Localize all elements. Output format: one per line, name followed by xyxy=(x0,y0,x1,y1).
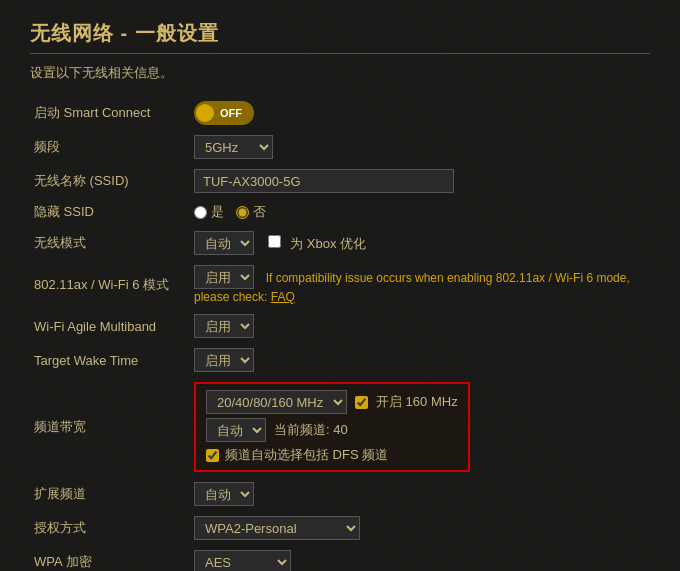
band-row: 频段 5GHz 2.4GHz xyxy=(30,130,650,164)
wireless-mode-value: 自动 为 Xbox 优化 xyxy=(190,226,650,260)
smart-connect-row: 启动 Smart Connect OFF xyxy=(30,96,650,130)
twt-select[interactable]: 启用 禁用 xyxy=(194,348,254,372)
auth-row: 授权方式 WPA2-Personal WPA3-Personal WPA2/WP… xyxy=(30,511,650,545)
channel-bw-select[interactable]: 20/40/80/160 MHz 20/40/80 MHz 20/40 MHz … xyxy=(206,390,347,414)
hidden-ssid-group: 是 否 xyxy=(194,203,646,221)
ssid-row: 无线名称 (SSID) xyxy=(30,164,650,198)
auth-label: 授权方式 xyxy=(30,511,190,545)
wifi6-value: 启用 禁用 If compatibility issue occurs when… xyxy=(190,260,650,309)
wifi6-note: If compatibility issue occurs when enabl… xyxy=(194,271,630,305)
agile-value: 启用 禁用 xyxy=(190,309,650,343)
channel-bw-row2: 自动 当前频道: 40 xyxy=(206,418,458,442)
ext-channel-select[interactable]: 自动 xyxy=(194,482,254,506)
twt-label: Target Wake Time xyxy=(30,343,190,377)
hidden-ssid-yes-label[interactable]: 是 xyxy=(194,203,224,221)
channel-bw-row1: 20/40/80/160 MHz 20/40/80 MHz 20/40 MHz … xyxy=(206,390,458,414)
hidden-ssid-no-text: 否 xyxy=(253,203,266,221)
xbox-checkbox[interactable] xyxy=(268,235,281,248)
ext-channel-value: 自动 xyxy=(190,477,650,511)
wireless-mode-label: 无线模式 xyxy=(30,226,190,260)
hidden-ssid-no-radio[interactable] xyxy=(236,206,249,219)
auth-value: WPA2-Personal WPA3-Personal WPA2/WPA3-Pe… xyxy=(190,511,650,545)
wifi6-select[interactable]: 启用 禁用 xyxy=(194,265,254,289)
hidden-ssid-row: 隐藏 SSID 是 否 xyxy=(30,198,650,226)
divider xyxy=(30,53,650,54)
page-title: 无线网络 - 一般设置 xyxy=(30,20,650,47)
settings-table: 启动 Smart Connect OFF 频段 5GHz 2.4GHz 无线名称… xyxy=(30,96,650,571)
channel-bw-label: 频道带宽 xyxy=(30,377,190,477)
wifi6-note1: If compatibility issue occurs when enabl… xyxy=(266,271,630,285)
wireless-mode-row: 无线模式 自动 为 Xbox 优化 xyxy=(30,226,650,260)
channel-bw-value: 20/40/80/160 MHz 20/40/80 MHz 20/40 MHz … xyxy=(190,377,650,477)
twt-row: Target Wake Time 启用 禁用 xyxy=(30,343,650,377)
dfs-label: 频道自动选择包括 DFS 频道 xyxy=(225,446,388,464)
subtitle: 设置以下无线相关信息。 xyxy=(30,64,650,82)
wpa-encrypt-label: WPA 加密 xyxy=(30,545,190,571)
band-select[interactable]: 5GHz 2.4GHz xyxy=(194,135,273,159)
smart-connect-value: OFF xyxy=(190,96,650,130)
toggle-circle xyxy=(196,104,214,122)
wifi6-note2: please check: xyxy=(194,290,271,304)
enable-160-checkbox[interactable] xyxy=(355,396,368,409)
hidden-ssid-label: 隐藏 SSID xyxy=(30,198,190,226)
wireless-mode-select[interactable]: 自动 xyxy=(194,231,254,255)
channel-bw-highlight: 20/40/80/160 MHz 20/40/80 MHz 20/40 MHz … xyxy=(194,382,470,472)
channel-bw-row: 频道带宽 20/40/80/160 MHz 20/40/80 MHz 20/40… xyxy=(30,377,650,477)
ext-channel-label: 扩展频道 xyxy=(30,477,190,511)
toggle-text: OFF xyxy=(220,107,242,119)
ssid-input[interactable] xyxy=(194,169,454,193)
xbox-label: 为 Xbox 优化 xyxy=(290,236,366,251)
current-freq: 当前频道: 40 xyxy=(274,421,348,439)
hidden-ssid-no-label[interactable]: 否 xyxy=(236,203,266,221)
twt-value: 启用 禁用 xyxy=(190,343,650,377)
smart-connect-label: 启动 Smart Connect xyxy=(30,96,190,130)
band-label: 频段 xyxy=(30,130,190,164)
wpa-encrypt-value: AES TKIP AES+TKIP xyxy=(190,545,650,571)
dfs-checkbox[interactable] xyxy=(206,449,219,462)
ssid-value xyxy=(190,164,650,198)
agile-select[interactable]: 启用 禁用 xyxy=(194,314,254,338)
enable-160-label: 开启 160 MHz xyxy=(376,393,458,411)
wpa-encrypt-row: WPA 加密 AES TKIP AES+TKIP xyxy=(30,545,650,571)
wifi6-label: 802.11ax / Wi-Fi 6 模式 xyxy=(30,260,190,309)
agile-row: Wi-Fi Agile Multiband 启用 禁用 xyxy=(30,309,650,343)
agile-label: Wi-Fi Agile Multiband xyxy=(30,309,190,343)
wifi6-faq-link[interactable]: FAQ xyxy=(271,290,295,304)
auth-select[interactable]: WPA2-Personal WPA3-Personal WPA2/WPA3-Pe… xyxy=(194,516,360,540)
ext-channel-row: 扩展频道 自动 xyxy=(30,477,650,511)
wpa-encrypt-select[interactable]: AES TKIP AES+TKIP xyxy=(194,550,291,571)
channel-select[interactable]: 自动 xyxy=(206,418,266,442)
ssid-label: 无线名称 (SSID) xyxy=(30,164,190,198)
hidden-ssid-yes-radio[interactable] xyxy=(194,206,207,219)
band-value: 5GHz 2.4GHz xyxy=(190,130,650,164)
wifi6-row: 802.11ax / Wi-Fi 6 模式 启用 禁用 If compatibi… xyxy=(30,260,650,309)
hidden-ssid-options: 是 否 xyxy=(190,198,650,226)
smart-connect-toggle[interactable]: OFF xyxy=(194,101,254,125)
hidden-ssid-yes-text: 是 xyxy=(211,203,224,221)
channel-bw-row3: 频道自动选择包括 DFS 频道 xyxy=(206,446,458,464)
